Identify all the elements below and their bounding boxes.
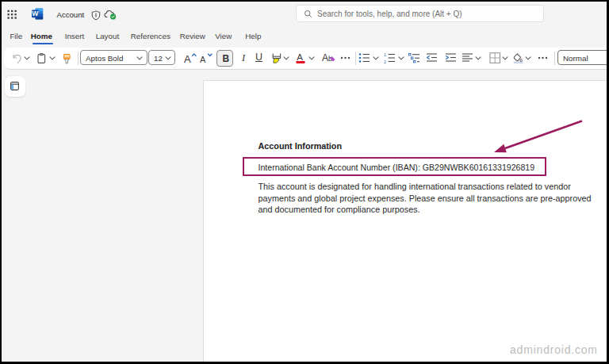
svg-text:1: 1 [384,52,386,57]
svg-text:A: A [184,52,191,63]
svg-text:A: A [200,54,206,63]
svg-text:A: A [322,52,328,63]
svg-text:A: A [297,52,303,61]
svg-text:2: 2 [384,59,386,63]
svg-text:W: W [32,10,39,17]
